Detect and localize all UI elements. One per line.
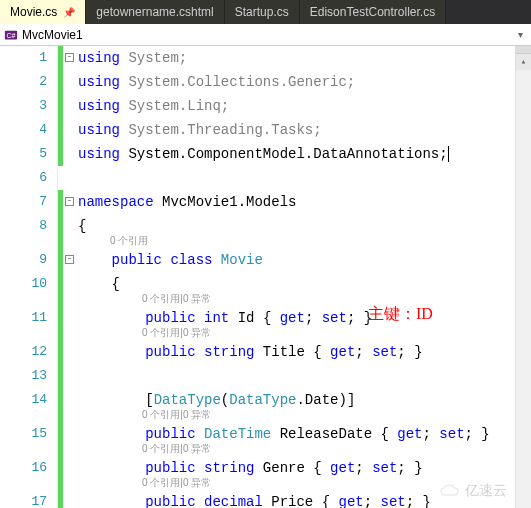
line-numbers: 1234 5💡 678 9 10 11 12 13 14 15 16 17 18… — [0, 46, 58, 508]
codelens[interactable]: 0 个引用|0 异常 — [142, 478, 211, 488]
tab-edison[interactable]: EdisonTestController.cs — [300, 0, 446, 24]
tab-bar: Movie.cs 📌 getownername.cshtml Startup.c… — [0, 0, 531, 24]
tab-label: Movie.cs — [10, 5, 57, 19]
tab-getownername[interactable]: getownername.cshtml — [86, 0, 224, 24]
watermark: 亿速云 — [439, 482, 507, 500]
codelens[interactable]: 0 个引用|0 异常 — [142, 410, 211, 420]
fold-toggle[interactable]: - — [65, 53, 74, 62]
codelens[interactable]: 0 个引用|0 异常 — [142, 444, 211, 454]
code-area[interactable]: using System; using System.Collections.G… — [78, 46, 531, 508]
codelens[interactable]: 0 个引用|0 异常 — [142, 294, 211, 304]
split-handle[interactable] — [516, 46, 531, 54]
scroll-up-icon[interactable]: ▴ — [516, 54, 531, 70]
csharp-icon: C# — [4, 28, 18, 42]
codelens[interactable]: 0 个引用 — [110, 236, 148, 246]
vertical-scrollbar[interactable]: ▴ — [515, 46, 531, 508]
navigation-bar: C# MvcMovie1 ▾ — [0, 24, 531, 46]
fold-toggle[interactable]: - — [65, 255, 74, 264]
tab-movie-cs[interactable]: Movie.cs 📌 — [0, 0, 86, 24]
context-dropdown[interactable]: MvcMovie1 — [22, 28, 514, 42]
code-editor[interactable]: 1234 5💡 678 9 10 11 12 13 14 15 16 17 18… — [0, 46, 531, 508]
svg-text:C#: C# — [7, 31, 16, 38]
fold-toggle[interactable]: - — [65, 197, 74, 206]
tab-startup[interactable]: Startup.cs — [225, 0, 300, 24]
annotation-primary-key: 主键：ID — [368, 302, 433, 326]
pin-icon[interactable]: 📌 — [63, 7, 75, 18]
cloud-icon — [439, 484, 461, 498]
fold-column: - - - — [64, 46, 78, 508]
codelens[interactable]: 0 个引用|0 异常 — [142, 328, 211, 338]
chevron-down-icon[interactable]: ▾ — [514, 29, 527, 40]
